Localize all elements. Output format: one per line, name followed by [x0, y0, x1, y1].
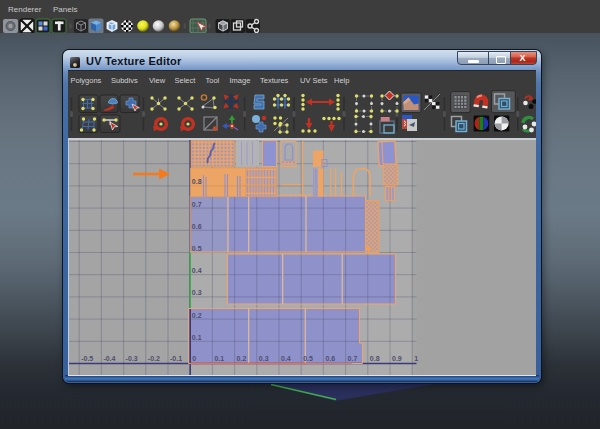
- svg-text:0.7: 0.7: [192, 200, 202, 207]
- svg-text:0.6: 0.6: [192, 222, 202, 229]
- svg-text:-0.1: -0.1: [170, 355, 182, 362]
- svg-text:0.1: 0.1: [192, 333, 202, 340]
- svg-text:-0.4: -0.4: [103, 355, 115, 362]
- svg-text:1: 1: [414, 355, 418, 362]
- svg-text:0.2: 0.2: [237, 355, 247, 362]
- svg-text:0.5: 0.5: [192, 245, 202, 252]
- svg-text:0.3: 0.3: [259, 355, 269, 362]
- svg-text:0.7: 0.7: [348, 355, 358, 362]
- svg-text:0.8: 0.8: [192, 178, 202, 185]
- svg-text:-0.3: -0.3: [126, 355, 138, 362]
- svg-text:0.4: 0.4: [192, 267, 202, 274]
- svg-text:0.2: 0.2: [192, 311, 202, 318]
- svg-text:0.1: 0.1: [214, 355, 224, 362]
- svg-text:0.6: 0.6: [325, 355, 335, 362]
- svg-text:0.8: 0.8: [370, 355, 380, 362]
- svg-text:0.3: 0.3: [192, 289, 202, 296]
- svg-text:-0.5: -0.5: [81, 355, 93, 362]
- svg-text:-0.2: -0.2: [148, 355, 160, 362]
- svg-text:0.9: 0.9: [392, 355, 402, 362]
- svg-text:0.5: 0.5: [303, 355, 313, 362]
- svg-text:0.4: 0.4: [281, 355, 291, 362]
- svg-text:0: 0: [192, 355, 196, 362]
